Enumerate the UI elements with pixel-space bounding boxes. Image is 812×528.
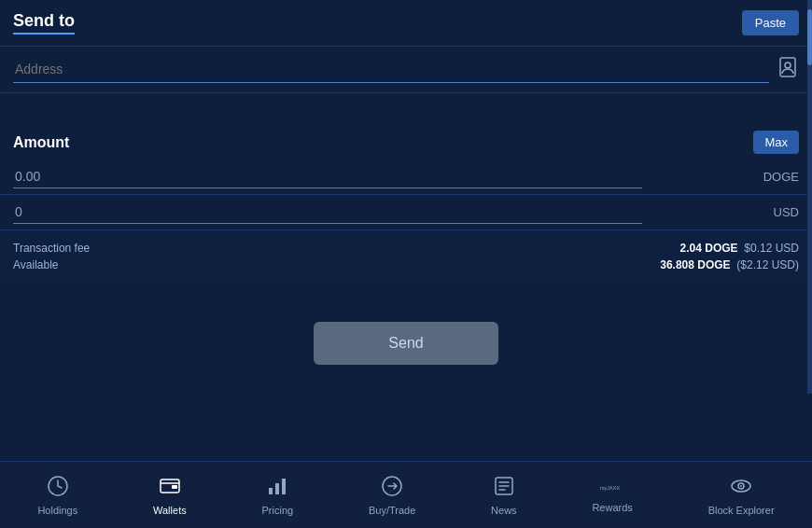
- bottom-nav: Holdings Wallets Pricing: [0, 461, 812, 528]
- nav-item-blockexplorer[interactable]: Block Explorer: [699, 469, 784, 521]
- transaction-fee-value: 2.04 DOGE $0.12 USD: [680, 242, 799, 255]
- usd-currency-label: USD: [762, 205, 799, 219]
- available-row: Available 36.808 DOGE ($2.12 USD): [13, 258, 799, 271]
- fee-section: Transaction fee 2.04 DOGE $0.12 USD Avai…: [0, 232, 812, 285]
- svg-point-1: [785, 63, 791, 68]
- max-button[interactable]: Max: [753, 131, 799, 154]
- nav-label-holdings: Holdings: [37, 505, 77, 516]
- doge-amount-row: DOGE: [0, 160, 812, 195]
- blockexplorer-icon: [730, 475, 752, 501]
- nav-item-news[interactable]: News: [482, 469, 526, 521]
- svg-rect-4: [172, 485, 177, 489]
- usd-amount-input[interactable]: [13, 201, 642, 224]
- doge-amount-input[interactable]: [13, 165, 642, 188]
- header-section: Send to Paste: [0, 0, 812, 47]
- svg-point-13: [740, 485, 742, 487]
- buytrade-icon: [381, 475, 403, 501]
- svg-rect-7: [282, 479, 286, 494]
- amount-label: Amount: [13, 134, 69, 151]
- main-content: Send to Paste Amount Max DOGE USD Trans: [0, 0, 812, 461]
- address-section: [0, 47, 812, 93]
- send-to-label: Send to: [13, 11, 75, 35]
- nav-item-wallets[interactable]: Wallets: [144, 469, 196, 521]
- transaction-fee-label: Transaction fee: [13, 242, 90, 255]
- nav-label-blockexplorer: Block Explorer: [708, 505, 775, 516]
- nav-label-news: News: [491, 505, 517, 516]
- svg-rect-5: [269, 488, 273, 494]
- holdings-icon: [47, 475, 69, 501]
- news-icon: [493, 475, 515, 501]
- svg-rect-6: [275, 483, 279, 494]
- spacer: [0, 93, 812, 121]
- send-section: Send: [0, 285, 812, 393]
- available-label: Available: [13, 258, 58, 271]
- nav-label-rewards: Rewards: [592, 502, 632, 513]
- paste-button[interactable]: Paste: [742, 10, 799, 35]
- amount-header: Amount Max: [0, 121, 812, 160]
- wallets-icon: [159, 475, 181, 501]
- nav-label-wallets: Wallets: [153, 505, 187, 516]
- nav-label-pricing: Pricing: [262, 505, 294, 516]
- nav-label-buytrade: Buy/Trade: [369, 505, 415, 516]
- nav-item-pricing[interactable]: Pricing: [253, 469, 303, 521]
- scrollbar[interactable]: [807, 0, 812, 394]
- nav-item-holdings[interactable]: Holdings: [28, 469, 87, 521]
- address-input[interactable]: [13, 56, 769, 83]
- doge-currency-label: DOGE: [762, 170, 799, 184]
- svg-text:myJAXX: myJAXX: [600, 485, 620, 491]
- scrollbar-thumb: [807, 9, 812, 65]
- usd-amount-row: USD: [0, 195, 812, 230]
- pricing-icon: [266, 475, 288, 501]
- nav-item-rewards[interactable]: myJAXX Rewards: [582, 472, 641, 519]
- nav-item-buytrade[interactable]: Buy/Trade: [359, 469, 425, 521]
- address-book-icon[interactable]: [778, 57, 799, 82]
- transaction-fee-row: Transaction fee 2.04 DOGE $0.12 USD: [13, 242, 799, 255]
- available-value: 36.808 DOGE ($2.12 USD): [660, 258, 799, 271]
- rewards-icon: myJAXX: [600, 478, 624, 498]
- send-button[interactable]: Send: [314, 322, 497, 365]
